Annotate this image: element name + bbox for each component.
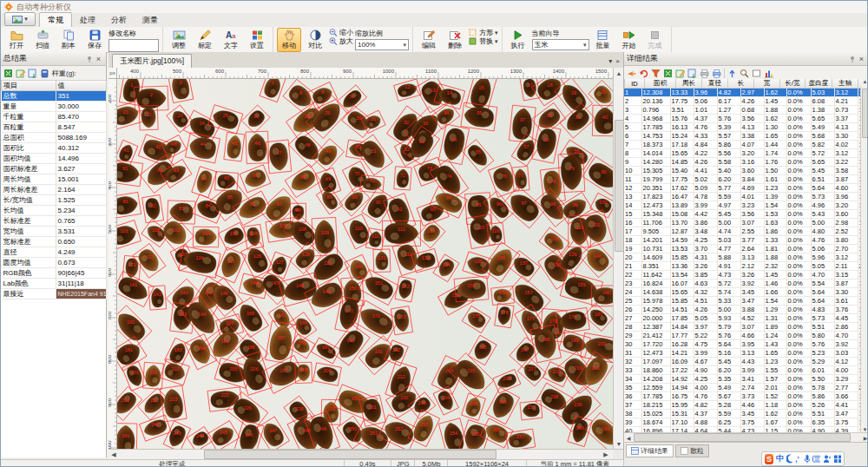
summary-row[interactable]: 总面积5088.169 — [2, 133, 107, 143]
upload-icon[interactable] — [727, 69, 737, 78]
detail-row[interactable]: 914.28014.854.265.583.161.760.0%5.653.22… — [624, 158, 862, 167]
summary-row[interactable]: 千粒重85.470 — [2, 112, 107, 122]
tab-detail-results[interactable]: 详细结果 — [626, 444, 674, 457]
edit-sheet-icon[interactable] — [16, 69, 25, 78]
ime-lang-icon[interactable]: 中 — [776, 452, 784, 465]
detail-row[interactable]: 3112.47314.213.995.163.131.650.0%5.233.0… — [624, 349, 862, 358]
detail-row[interactable]: 112.30813.333.964.822.971.620.0%5.033.12… — [624, 89, 862, 97]
contrast-button[interactable]: 对比 — [303, 28, 327, 52]
move-button[interactable]: 移动 — [277, 28, 301, 52]
detail-close-icon[interactable]: × — [857, 54, 866, 63]
tab-analysis[interactable]: 分析 — [103, 13, 135, 27]
shape-square-button[interactable]: 方形▾ — [469, 29, 498, 36]
seed-image-canvas[interactable]: 1237891012131415171819202122232425262829… — [117, 79, 613, 449]
sheet-save-icon[interactable] — [687, 69, 697, 78]
detail-row[interactable]: 2614.25014.514.265.003.881.290.0%4.833.7… — [624, 306, 862, 314]
detail-row[interactable]: 517.78516.134.765.394.131.300.0%5.494.13… — [624, 123, 862, 132]
run-button[interactable]: 执行 — [506, 28, 530, 52]
detail-col-header[interactable]: 面积 — [645, 79, 676, 89]
detail-row[interactable]: 2211.64213.543.854.733.261.450.0%4.703.1… — [624, 271, 862, 280]
summary-col-item[interactable]: 项目 — [2, 81, 56, 91]
summary-row[interactable]: Lab颜色31|11|18 — [2, 279, 107, 289]
calibrate-button[interactable]: 标定 — [193, 28, 217, 52]
adjust-button[interactable]: 调整 — [167, 28, 191, 52]
save-sheet-icon[interactable] — [28, 69, 37, 78]
viewer-tab[interactable]: 玉米图片.jpg[100%] — [112, 54, 192, 68]
zoom-ratio-combo[interactable]: 100%▾ — [355, 39, 409, 50]
ime-punct-icon[interactable]: ,' — [795, 454, 801, 464]
save-button[interactable]: 保存 — [82, 28, 107, 52]
ime-people-icon[interactable] — [823, 454, 831, 464]
summary-col-value[interactable]: 值 — [56, 81, 106, 91]
detail-row[interactable]: 1515.34815.084.425.453.561.530.0%5.433.6… — [624, 210, 862, 219]
detail-row[interactable]: 614.75315.244.335.573.381.650.0%5.683.30… — [624, 132, 862, 141]
excel-export-icon[interactable] — [663, 69, 673, 78]
tab-scattered[interactable]: 散粒 — [675, 444, 709, 457]
detail-row[interactable]: 1119.79917.755.026.203.841.610.0%6.513.8… — [624, 175, 862, 184]
pin-icon[interactable] — [84, 54, 94, 63]
detail-hscroll-thumb[interactable] — [634, 433, 851, 442]
viewer-horizontal-scrollbar[interactable]: ◀ ▶ — [108, 449, 623, 459]
ime-moon-icon[interactable] — [786, 454, 792, 464]
batch-button[interactable]: 批量 — [591, 28, 615, 52]
scroll-right-icon[interactable]: ▶ — [601, 450, 611, 460]
summary-row[interactable]: 长标准差0.765 — [2, 216, 107, 227]
print-icon[interactable] — [700, 69, 709, 78]
detail-col-header[interactable]: 直径 — [702, 79, 728, 89]
detail-scroll-right-icon[interactable]: ▶ — [861, 433, 868, 442]
viewer-hscroll-thumb[interactable] — [204, 450, 496, 459]
detail-row[interactable]: 2414.63815.654.325.743.451.660.0%5.643.3… — [624, 288, 862, 297]
summary-row[interactable]: 重量30.000 — [2, 102, 107, 112]
detail-col-header[interactable]: 主轴 — [832, 79, 858, 89]
detail-row[interactable]: 3815.02515.314.375.593.451.620.0%5.513.4… — [624, 410, 862, 418]
detail-col-header[interactable]: 副轴 — [858, 79, 863, 89]
replace-button[interactable]: 替换▾ — [469, 37, 498, 45]
summary-row[interactable]: RGB颜色90|66|45 — [2, 268, 107, 279]
detail-row[interactable]: 3017.72016.284.755.643.951.430.0%5.763.9… — [624, 340, 862, 349]
detail-row[interactable]: 179.50512.873.484.742.551.860.0%4.802.52… — [624, 227, 862, 236]
detail-row[interactable]: 1412.47313.893.994.973.231.540.0%4.963.2… — [624, 201, 862, 210]
ime-logo-icon[interactable]: S — [765, 454, 773, 464]
detail-col-header[interactable]: ID — [625, 79, 645, 89]
database-icon[interactable] — [40, 69, 49, 78]
summary-row[interactable]: 宽均值3.531 — [2, 227, 107, 237]
summary-row[interactable]: 长/宽均值1.525 — [2, 195, 107, 206]
copy-button[interactable]: 副本 — [56, 28, 81, 52]
wizard-combo[interactable]: 玉米▾ — [532, 39, 589, 50]
send-dart-icon[interactable] — [627, 69, 636, 78]
close-icon[interactable]: × — [94, 54, 103, 63]
detail-horizontal-scrollbar[interactable]: ◀ ▶ — [624, 432, 868, 442]
detail-row[interactable]: 718.37317.184.845.864.071.440.0%5.824.02… — [624, 141, 862, 149]
print-preview-icon[interactable] — [712, 69, 721, 78]
detail-col-header[interactable]: 蛋白度 — [806, 79, 832, 89]
text-button[interactable]: Aa 文字 — [219, 28, 243, 52]
detail-scroll-up-icon[interactable]: ▲ — [861, 79, 868, 84]
settings-button[interactable]: 设置 — [245, 28, 269, 52]
detail-row[interactable]: 3512.55914.944.005.492.742.010.0%5.782.7… — [624, 384, 862, 392]
filter-icon[interactable] — [651, 69, 661, 78]
detail-row[interactable]: 1814.20114.594.255.033.771.330.0%4.763.8… — [624, 236, 862, 245]
detail-row[interactable]: 3617.78516.754.765.673.731.520.0%5.863.6… — [624, 392, 862, 401]
finish-button[interactable]: 完成 — [643, 28, 667, 52]
summary-row[interactable]: 宽标准差0.650 — [2, 237, 107, 247]
select-box-icon[interactable] — [752, 69, 761, 78]
summary-row[interactable]: 百粒重8.547 — [2, 122, 107, 133]
detail-row[interactable]: 1015.30515.404.415.403.601.500.0%5.453.5… — [624, 167, 862, 175]
detail-row[interactable]: 414.96815.764.375.763.561.620.0%5.653.37… — [624, 115, 862, 123]
sheet-edit-icon[interactable] — [675, 69, 685, 78]
detail-row[interactable]: 220.13617.755.066.174.261.450.0%6.084.21… — [624, 97, 862, 106]
summary-row[interactable]: 总数351 — [2, 91, 107, 102]
summary-row[interactable]: 最接近NHE2015Fan4 919... — [2, 289, 107, 299]
detail-row[interactable]: 2515.97815.854.515.333.471.540.0%5.643.6… — [624, 297, 862, 306]
chart-icon[interactable] — [764, 69, 773, 78]
target-edit-button[interactable]: 编辑 — [417, 28, 441, 52]
detail-row[interactable]: 1611.70613.703.865.003.071.630.0%5.002.9… — [624, 219, 862, 227]
scroll-left-icon[interactable]: ◀ — [108, 450, 119, 460]
summary-row[interactable]: 面积均值14.496 — [2, 154, 107, 164]
detail-row[interactable]: 30.7963.511.011.270.681.880.0%1.380.731.… — [624, 106, 862, 115]
export-sheet-icon[interactable] — [3, 69, 13, 78]
zoom-out-button[interactable]: 缩小 — [329, 29, 353, 36]
scan-button[interactable]: 扫描 — [30, 28, 55, 52]
summary-row[interactable]: 面积比40.312 — [2, 143, 107, 154]
detail-row[interactable]: 1220.35117.625.095.774.691.230.0%5.644.6… — [624, 184, 862, 193]
